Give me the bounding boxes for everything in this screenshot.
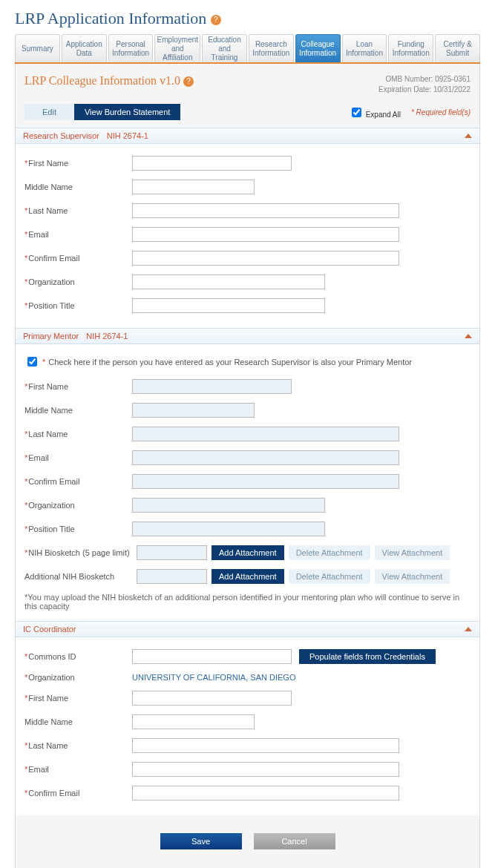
ic-commons-id-input[interactable] [132,649,292,664]
label-confirm-email: Confirm Email [24,477,132,486]
mentor-organization-input[interactable] [132,498,325,513]
label-commons-id: Commons ID [24,652,132,661]
label-position-title: Position Title [24,301,132,310]
ic-confirm-email-input[interactable] [132,786,399,800]
view-attachment-button-2[interactable]: View Attachment [375,569,450,584]
label-first-name: First Name [24,159,132,168]
section-body-mentor: * Check here if the person you have ente… [16,344,479,621]
ic-email-input[interactable] [132,762,399,777]
biosketch-note: *You may upload the NIH biosketch of an … [24,588,471,611]
populate-button[interactable]: Populate fields from Credentials [299,649,436,664]
required-note: * Required field(s) [411,108,471,116]
label-middle-name: Middle Name [24,183,132,191]
mentor-email-input[interactable] [132,450,399,465]
card-title: LRP Colleague Information v1.0 ? [24,74,194,88]
label-position-title: Position Title [24,525,132,533]
tab-funding[interactable]: Funding Information [388,34,433,62]
supervisor-middle-name-input[interactable] [132,180,255,194]
mentor-checkbox-label: Check here if the person you have entere… [48,358,412,366]
view-attachment-button[interactable]: View Attachment [375,545,450,560]
label-first-name: First Name [24,382,132,391]
label-organization: Organization [24,277,132,286]
supervisor-last-name-input[interactable] [132,203,399,218]
label-email: Email [24,765,132,774]
tab-certify[interactable]: Certify & Submit [435,34,480,62]
mentor-biosketch-input[interactable] [137,545,207,560]
expand-all-toggle[interactable]: Expand All [349,105,401,119]
add-attachment-button[interactable]: Add Attachment [212,545,284,560]
expand-all-checkbox[interactable] [352,108,361,117]
mentor-position-input[interactable] [132,522,325,536]
mentor-first-name-input[interactable] [132,379,292,394]
label-email: Email [24,453,132,462]
section-body-supervisor: First Name Middle Name Last Name Email C… [16,144,479,328]
section-body-ic: Commons ID Populate fields from Credenti… [16,637,479,815]
label-last-name: Last Name [24,206,132,215]
label-middle-name: Middle Name [24,717,132,726]
add-attachment-button-2[interactable]: Add Attachment [212,569,284,584]
label-last-name: Last Name [24,430,132,438]
supervisor-organization-input[interactable] [132,274,325,289]
delete-attachment-button-2[interactable]: Delete Attachment [289,569,370,584]
mentor-last-name-input[interactable] [132,427,399,441]
supervisor-first-name-input[interactable] [132,156,292,171]
label-middle-name: Middle Name [24,406,132,415]
tab-research[interactable]: Research Information [249,34,294,62]
label-last-name: Last Name [24,741,132,750]
tab-summary[interactable]: Summary [15,34,60,62]
tab-bar: Summary Application Data Personal Inform… [0,34,495,62]
omb-info: OMB Number: 0925-0361 Expiration Date: 1… [378,74,471,95]
ic-last-name-input[interactable] [132,738,399,753]
supervisor-confirm-email-input[interactable] [132,251,399,266]
mentor-confirm-email-input[interactable] [132,474,399,489]
mentor-add-biosketch-input[interactable] [137,569,207,584]
form-card: LRP Colleague Information v1.0 ? OMB Num… [15,64,480,868]
caret-up-icon [465,134,472,138]
label-biosketch: NIH Biosketch (5 page limit) [24,548,132,557]
ic-first-name-input[interactable] [132,691,292,706]
label-email: Email [24,230,132,239]
label-confirm-email: Confirm Email [24,254,132,263]
footer-actions: Save Cancel [16,815,479,868]
label-first-name: First Name [24,694,132,703]
help-icon[interactable]: ? [211,15,221,25]
view-burden-button[interactable]: View Burden Statement [74,104,180,120]
tab-colleague[interactable]: Colleague Information [295,34,341,62]
tab-application-data[interactable]: Application Data [62,34,107,62]
help-icon[interactable]: ? [183,76,194,87]
supervisor-email-input[interactable] [132,227,399,242]
tab-personal-info[interactable]: Personal Information [108,34,154,62]
ic-organization-value: UNIVERSITY OF CALIFORNIA, SAN DIEGO [132,673,295,682]
section-head-ic[interactable]: IC Coordinator [16,621,479,637]
delete-attachment-button[interactable]: Delete Attachment [289,545,370,560]
caret-up-icon [465,334,472,338]
section-head-supervisor[interactable]: Research Supervisor NIH 2674-1 [16,128,479,144]
supervisor-position-input[interactable] [132,298,325,313]
edit-button[interactable]: Edit [24,104,74,120]
mentor-middle-name-input[interactable] [132,403,255,418]
label-organization: Organization [24,673,132,682]
section-head-mentor[interactable]: Primary Mentor NIH 2674-1 [16,328,479,344]
page-title: LRP Application Information ? [0,0,495,34]
save-button[interactable]: Save [160,833,242,849]
label-organization: Organization [24,501,132,510]
mentor-same-checkbox[interactable] [27,357,37,366]
tab-loan[interactable]: Loan Information [342,34,387,62]
label-confirm-email: Confirm Email [24,789,132,798]
label-add-biosketch: Additional NIH Biosketch [24,572,132,581]
tab-employment[interactable]: Employment and Affiliation [154,34,200,62]
cancel-button[interactable]: Cancel [254,833,335,849]
tab-education[interactable]: Education and Training [202,34,247,62]
ic-middle-name-input[interactable] [132,714,255,729]
caret-up-icon [465,627,472,631]
